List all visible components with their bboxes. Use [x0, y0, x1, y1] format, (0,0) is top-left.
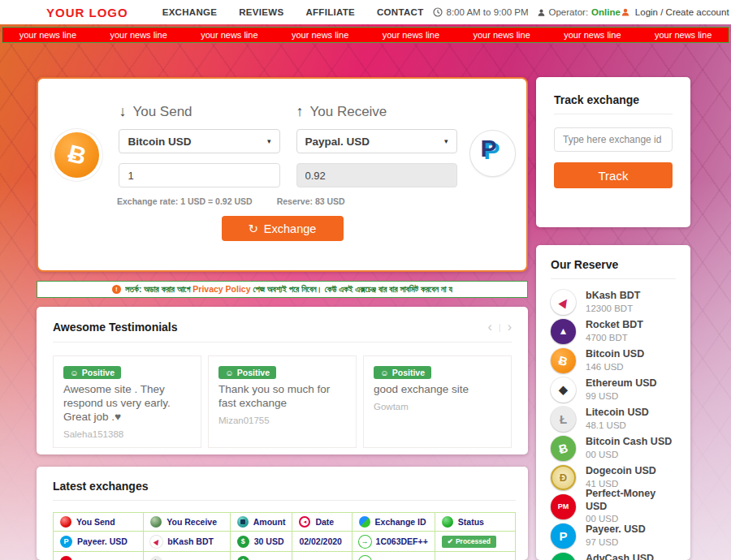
news-line: your news line: [655, 30, 712, 40]
nav-item-contact[interactable]: CONTACT: [377, 7, 423, 17]
you-receive-heading: ↑ You Receive: [296, 103, 457, 120]
reserve-item-bitcoin: Ƀ Bitcoin USD146 USD: [551, 346, 676, 375]
paypal-icon: PP: [470, 131, 515, 176]
send-amount-input[interactable]: [119, 163, 279, 187]
news-ticker: your news line your news line your news …: [2, 27, 729, 43]
table-row[interactable]: PPayeer. USD ▶bKash BDT $30 USD 02/02/20…: [54, 532, 516, 552]
nav-item-affiliate[interactable]: AFFILIATE: [305, 7, 355, 17]
date-header-icon: ◄: [299, 516, 310, 528]
refresh-icon: ↻: [249, 222, 258, 235]
smiley-icon: ☺: [380, 368, 389, 377]
track-id-input[interactable]: [554, 127, 673, 152]
reserve-item-ethereum: ◆ Ethereum USD99 USD: [551, 375, 676, 404]
you-receive-header-icon: [150, 516, 162, 528]
testimonial-card: ☺ Positive Awesome site . They respond u…: [53, 355, 201, 448]
advcash-icon: A: [551, 553, 576, 560]
testimonials-title: Awesome Testimonials: [53, 321, 178, 334]
testimonials-panel: Awesome Testimonials ‹ | › ☺ Positive Aw…: [37, 307, 528, 454]
dollar-icon: $: [237, 536, 249, 548]
track-button[interactable]: Track: [554, 162, 673, 188]
working-hours-text: 8:00 AM to 9:00 PM: [446, 7, 528, 17]
you-send-header-icon: [60, 516, 71, 528]
testimonial-author: Mizan01755: [218, 416, 346, 425]
our-reserve-title: Our Reserve: [551, 258, 676, 271]
privacy-policy-link[interactable]: Privacy Policy: [192, 284, 250, 294]
select-caret-icon: ▾: [267, 137, 271, 145]
receive-currency-select[interactable]: Paypal. USD ▾: [296, 129, 457, 153]
bkash-icon: ▶: [150, 536, 162, 548]
carousel-prev-icon[interactable]: ‹: [487, 320, 491, 334]
carousel-separator: |: [499, 322, 501, 332]
you-receive-section: ↑ You Receive Paypal. USD ▾: [296, 92, 457, 187]
reserve-item-bkash: ▶ bKash BDT12300 BDT: [551, 287, 676, 317]
you-send-heading: ↓ You Send: [119, 103, 279, 120]
divider: [53, 342, 512, 342]
exchange-button[interactable]: ↻ Exchange: [222, 216, 344, 241]
carousel-next-icon[interactable]: ›: [508, 320, 512, 334]
reserve-item-litecoin: Ł Litecoin USD48.1 USD: [551, 404, 676, 433]
table-row[interactable]: PM Ł $ →: [54, 552, 516, 560]
reserve-item-advcash: A AdvCash USD00 USD: [551, 550, 676, 560]
payeer-icon: P: [60, 536, 72, 548]
you-send-section: ↓ You Send Bitcoin USD ▾: [119, 92, 279, 187]
reserve-item-rocket: ▲ Rocket BDT4700 BDT: [551, 317, 676, 346]
news-line: your news line: [201, 30, 257, 40]
exchange-rate-text: Exchange rate: 1 USD = 0.92 USD: [117, 196, 253, 206]
testimonial-card: ☺ Positive Thank you so much for fast ex…: [208, 355, 357, 448]
smiley-icon: ☺: [225, 368, 234, 377]
testimonial-author: Saleha151388: [63, 429, 191, 439]
latest-exchanges-panel: Latest exchanges You Send You Receive Am…: [37, 467, 528, 560]
perfect-money-icon: PM: [60, 556, 72, 560]
testimonial-card: ☺ Positive good exchange site Gowtam: [363, 355, 512, 448]
payeer-icon: P: [551, 523, 576, 549]
dogecoin-icon: Ð: [551, 465, 576, 490]
positive-badge: ☺ Positive: [374, 366, 431, 379]
bitcoin-cash-icon: Ƀ: [551, 436, 576, 461]
news-line: your news line: [383, 30, 439, 40]
operator-online-value: Online: [591, 7, 621, 17]
page-background: YOUR LOGO EXCHANGE REVIEWS AFFILIATE CON…: [0, 0, 731, 560]
divider: [551, 278, 676, 279]
nav-item-exchange[interactable]: EXCHANGE: [162, 7, 218, 17]
arrow-right-icon: →: [359, 536, 371, 548]
reserve-item-bitcoin-cash: Ƀ Bitcoin Cash USD00 USD: [551, 433, 676, 463]
divider: [53, 500, 516, 501]
track-title: Track exchange: [554, 93, 673, 106]
site-logo[interactable]: YOUR LOGO: [46, 6, 128, 19]
main-nav: EXCHANGE REVIEWS AFFILIATE CONTACT: [162, 7, 424, 17]
operator-status: Operator: Online: [537, 7, 621, 17]
our-reserve-panel: Our Reserve ▶ bKash BDT12300 BDT ▲ Rocke…: [536, 245, 690, 560]
login-create-account[interactable]: Login / Create account: [621, 7, 729, 17]
amount-header-icon: [237, 516, 249, 528]
receive-amount-input[interactable]: [296, 163, 457, 187]
top-header: YOUR LOGO EXCHANGE REVIEWS AFFILIATE CON…: [0, 0, 731, 24]
login-label: Login / Create account: [635, 7, 729, 17]
latest-exchanges-title: Latest exchanges: [53, 480, 516, 493]
send-currency-select[interactable]: Bitcoin USD ▾: [119, 129, 279, 153]
ethereum-icon: ◆: [551, 377, 576, 403]
reserve-item-perfect-money: PM Perfect-Money USD00 USD: [551, 492, 676, 521]
reserve-text: Reserve: 83 USD: [277, 196, 345, 206]
nav-item-reviews[interactable]: REVIEWS: [239, 7, 283, 17]
exchange-id-header-icon: [359, 516, 370, 528]
news-line: your news line: [292, 30, 348, 40]
table-header-row: You Send You Receive Amount ◄Date Exchan…: [54, 513, 516, 532]
bitcoin-icon: Ƀ: [551, 348, 576, 373]
litecoin-icon: Ł: [150, 556, 162, 560]
down-arrow-icon: ↓: [119, 103, 126, 120]
litecoin-icon: Ł: [551, 407, 576, 432]
testimonial-text: good exchange site: [374, 383, 501, 397]
divider: [554, 114, 673, 114]
warning-text: সতর্ক: অডার করার আগে Privacy Policy পেজ …: [125, 284, 452, 295]
perfect-money-icon: PM: [551, 494, 576, 519]
news-line: your news line: [19, 30, 76, 40]
warning-bar: ! সতর্ক: অডার করার আগে Privacy Policy পে…: [37, 281, 528, 298]
status-badge: ✔Processed: [442, 536, 496, 548]
user-icon: [621, 7, 630, 17]
clock-icon: [433, 7, 443, 17]
select-caret-icon: ▾: [444, 137, 448, 145]
working-hours: 8:00 AM to 9:00 PM: [433, 7, 528, 17]
positive-badge: ☺ Positive: [218, 366, 276, 379]
exchange-widget: Ƀ ↓ You Send Bitcoin USD ▾ ↑ You Receive: [37, 77, 528, 272]
news-line: your news line: [110, 30, 167, 40]
